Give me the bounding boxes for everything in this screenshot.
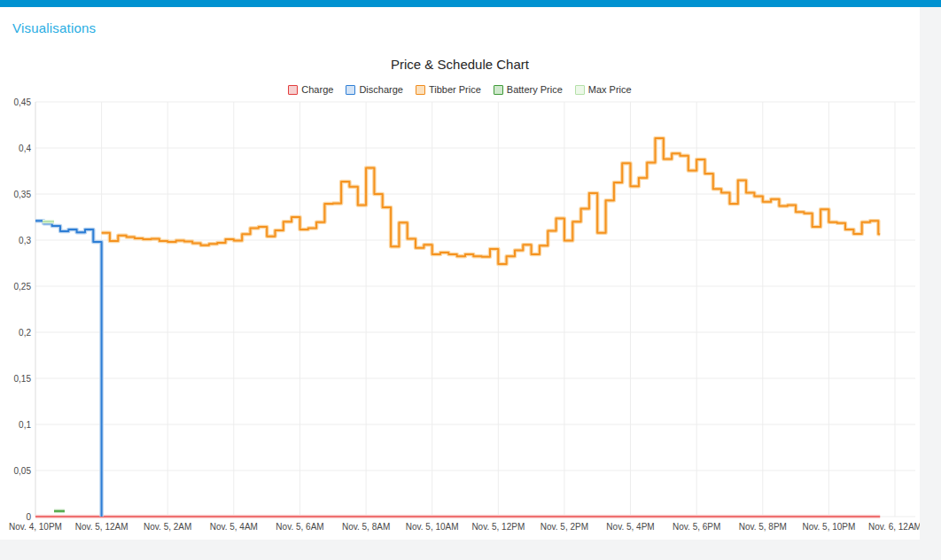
y-tick-label: 0,15 [14,374,32,384]
y-tick-label: 0,1 [19,420,31,430]
x-tick-label: Nov. 5, 2AM [144,522,191,532]
top-accent-bar [0,0,941,7]
price-schedule-chart[interactable]: 00,050,10,150,20,250,30,350,40,45Nov. 4,… [0,7,920,540]
x-tick-label: Nov. 5, 4PM [606,522,654,532]
x-tick-label: Nov. 5, 12AM [75,522,128,532]
x-tick-label: Nov. 5, 8AM [342,522,390,532]
x-tick-label: Nov. 5, 10AM [406,522,459,532]
series-discharge-halo [35,221,102,517]
x-tick-label: Nov. 5, 6AM [276,522,323,532]
x-tick-label: Nov. 5, 12PM [471,522,525,532]
y-tick-label: 0,3 [19,236,31,245]
x-tick-label: Nov. 5, 8PM [739,522,787,532]
y-tick-label: 0,45 [14,97,32,107]
y-tick-label: 0,4 [19,144,31,153]
y-tick-label: 0,25 [14,282,32,292]
x-tick-label: Nov. 5, 10PM [802,522,855,532]
x-tick-label: Nov. 5, 4AM [210,522,258,532]
y-tick-label: 0,35 [14,190,32,199]
x-tick-label: Nov. 6, 12AM [868,522,920,532]
x-tick-label: Nov. 5, 2PM [540,522,588,532]
y-tick-label: 0,05 [14,466,32,476]
y-tick-label: 0,2 [19,328,31,338]
x-tick-label: Nov. 5, 6PM [673,522,720,532]
x-tick-label: Nov. 4, 10PM [9,522,62,532]
chart-card: Visualisations Price & Schedule Chart Ch… [0,7,920,540]
series-discharge-line [35,221,102,517]
y-tick-label: 0 [26,512,31,522]
